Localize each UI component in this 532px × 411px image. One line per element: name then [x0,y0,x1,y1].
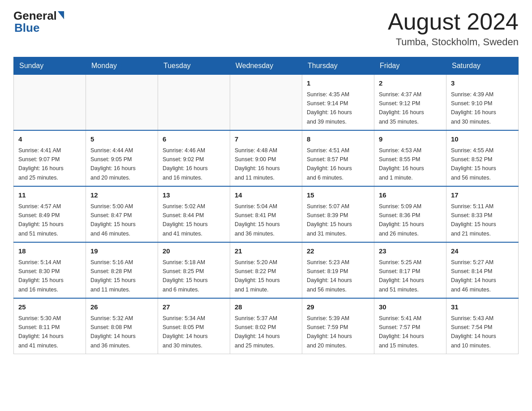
calendar-cell: 8Sunrise: 4:51 AMSunset: 8:57 PMDaylight… [302,130,374,186]
calendar-cell: 12Sunrise: 5:00 AMSunset: 8:47 PMDayligh… [86,186,158,242]
day-number: 1 [307,78,369,89]
day-info: Sunrise: 5:39 AMSunset: 7:59 PMDaylight:… [307,315,352,349]
day-number: 26 [90,302,153,313]
day-info: Sunrise: 5:02 AMSunset: 8:44 PMDaylight:… [163,203,208,237]
day-number: 9 [379,134,442,145]
day-number: 20 [163,246,225,257]
calendar-cell: 28Sunrise: 5:37 AMSunset: 8:02 PMDayligh… [230,298,302,354]
day-info: Sunrise: 5:11 AMSunset: 8:33 PMDaylight:… [451,203,496,237]
day-info: Sunrise: 5:18 AMSunset: 8:25 PMDaylight:… [163,259,208,293]
day-info: Sunrise: 5:23 AMSunset: 8:19 PMDaylight:… [307,259,352,293]
day-info: Sunrise: 5:25 AMSunset: 8:17 PMDaylight:… [379,259,424,293]
day-info: Sunrise: 5:14 AMSunset: 8:30 PMDaylight:… [18,259,64,293]
day-number: 25 [18,302,81,313]
column-header-monday: Monday [86,57,158,75]
day-info: Sunrise: 5:04 AMSunset: 8:41 PMDaylight:… [235,203,280,237]
day-info: Sunrise: 4:55 AMSunset: 8:52 PMDaylight:… [451,147,496,181]
calendar-cell: 11Sunrise: 4:57 AMSunset: 8:49 PMDayligh… [14,186,86,242]
calendar-cell: 17Sunrise: 5:11 AMSunset: 8:33 PMDayligh… [446,186,519,242]
day-number: 22 [307,246,369,257]
calendar-cell [14,75,86,131]
day-number: 30 [379,302,442,313]
day-info: Sunrise: 4:35 AMSunset: 9:14 PMDaylight:… [307,91,352,125]
day-number: 15 [307,190,369,201]
calendar-cell: 2Sunrise: 4:37 AMSunset: 9:12 PMDaylight… [374,75,446,131]
day-number: 17 [451,190,514,201]
day-number: 24 [451,246,514,257]
calendar-cell: 7Sunrise: 4:48 AMSunset: 9:00 PMDaylight… [230,130,302,186]
calendar-cell: 13Sunrise: 5:02 AMSunset: 8:44 PMDayligh… [158,186,230,242]
day-info: Sunrise: 4:57 AMSunset: 8:49 PMDaylight:… [18,203,64,237]
day-number: 13 [163,190,225,201]
day-number: 29 [307,302,369,313]
day-number: 27 [163,302,225,313]
day-number: 4 [18,134,81,145]
calendar-cell: 15Sunrise: 5:07 AMSunset: 8:39 PMDayligh… [302,186,374,242]
day-number: 3 [451,78,514,89]
day-info: Sunrise: 5:00 AMSunset: 8:47 PMDaylight:… [90,203,136,237]
calendar-week-4: 18Sunrise: 5:14 AMSunset: 8:30 PMDayligh… [14,242,519,298]
page-header: General Blue August 2024 Tumba, Stockhol… [13,9,519,48]
day-info: Sunrise: 5:43 AMSunset: 7:54 PMDaylight:… [451,315,496,349]
column-header-sunday: Sunday [14,57,86,75]
day-info: Sunrise: 4:39 AMSunset: 9:10 PMDaylight:… [451,91,496,125]
day-number: 12 [90,190,153,201]
calendar-cell: 31Sunrise: 5:43 AMSunset: 7:54 PMDayligh… [446,298,519,354]
day-number: 21 [235,246,297,257]
calendar-cell [86,75,158,131]
calendar-cell [158,75,230,131]
calendar-cell: 24Sunrise: 5:27 AMSunset: 8:14 PMDayligh… [446,242,519,298]
calendar-table: SundayMondayTuesdayWednesdayThursdayFrid… [13,57,519,354]
day-info: Sunrise: 4:44 AMSunset: 9:05 PMDaylight:… [90,147,136,181]
logo-blue-text: Blue [14,21,39,35]
day-info: Sunrise: 4:37 AMSunset: 9:12 PMDaylight:… [379,91,424,125]
day-number: 6 [163,134,225,145]
day-number: 14 [235,190,297,201]
day-info: Sunrise: 5:27 AMSunset: 8:14 PMDaylight:… [451,259,496,293]
day-info: Sunrise: 5:07 AMSunset: 8:39 PMDaylight:… [307,203,352,237]
day-info: Sunrise: 5:20 AMSunset: 8:22 PMDaylight:… [235,259,280,293]
calendar-header-row: SundayMondayTuesdayWednesdayThursdayFrid… [14,57,519,75]
column-header-thursday: Thursday [302,57,374,75]
day-info: Sunrise: 4:53 AMSunset: 8:55 PMDaylight:… [379,147,424,181]
day-info: Sunrise: 5:16 AMSunset: 8:28 PMDaylight:… [90,259,136,293]
calendar-cell: 6Sunrise: 4:46 AMSunset: 9:02 PMDaylight… [158,130,230,186]
day-info: Sunrise: 5:30 AMSunset: 8:11 PMDaylight:… [18,315,64,349]
calendar-cell: 27Sunrise: 5:34 AMSunset: 8:05 PMDayligh… [158,298,230,354]
day-info: Sunrise: 5:37 AMSunset: 8:02 PMDaylight:… [235,315,280,349]
calendar-week-1: 1Sunrise: 4:35 AMSunset: 9:14 PMDaylight… [14,75,519,131]
calendar-week-2: 4Sunrise: 4:41 AMSunset: 9:07 PMDaylight… [14,130,519,186]
calendar-cell: 1Sunrise: 4:35 AMSunset: 9:14 PMDaylight… [302,75,374,131]
calendar-cell: 25Sunrise: 5:30 AMSunset: 8:11 PMDayligh… [14,298,86,354]
calendar-cell: 18Sunrise: 5:14 AMSunset: 8:30 PMDayligh… [14,242,86,298]
day-info: Sunrise: 4:46 AMSunset: 9:02 PMDaylight:… [163,147,208,181]
month-title: August 2024 [388,9,519,34]
day-info: Sunrise: 5:32 AMSunset: 8:08 PMDaylight:… [90,315,136,349]
calendar-cell [230,75,302,131]
day-number: 8 [307,134,369,145]
calendar-cell: 21Sunrise: 5:20 AMSunset: 8:22 PMDayligh… [230,242,302,298]
calendar-cell: 10Sunrise: 4:55 AMSunset: 8:52 PMDayligh… [446,130,519,186]
calendar-cell: 22Sunrise: 5:23 AMSunset: 8:19 PMDayligh… [302,242,374,298]
day-info: Sunrise: 4:48 AMSunset: 9:00 PMDaylight:… [235,147,280,181]
day-info: Sunrise: 4:41 AMSunset: 9:07 PMDaylight:… [18,147,64,181]
column-header-friday: Friday [374,57,446,75]
day-number: 18 [18,246,81,257]
day-number: 7 [235,134,297,145]
column-header-saturday: Saturday [446,57,519,75]
calendar-cell: 4Sunrise: 4:41 AMSunset: 9:07 PMDaylight… [14,130,86,186]
column-header-tuesday: Tuesday [158,57,230,75]
calendar-cell: 14Sunrise: 5:04 AMSunset: 8:41 PMDayligh… [230,186,302,242]
day-number: 2 [379,78,442,89]
calendar-cell: 30Sunrise: 5:41 AMSunset: 7:57 PMDayligh… [374,298,446,354]
calendar-cell: 29Sunrise: 5:39 AMSunset: 7:59 PMDayligh… [302,298,374,354]
day-number: 28 [235,302,297,313]
calendar-cell: 3Sunrise: 4:39 AMSunset: 9:10 PMDaylight… [446,75,519,131]
calendar-cell: 5Sunrise: 4:44 AMSunset: 9:05 PMDaylight… [86,130,158,186]
calendar-cell: 9Sunrise: 4:53 AMSunset: 8:55 PMDaylight… [374,130,446,186]
day-number: 16 [379,190,442,201]
calendar-cell: 20Sunrise: 5:18 AMSunset: 8:25 PMDayligh… [158,242,230,298]
calendar-week-3: 11Sunrise: 4:57 AMSunset: 8:49 PMDayligh… [14,186,519,242]
logo: General Blue [13,9,64,35]
day-number: 11 [18,190,81,201]
